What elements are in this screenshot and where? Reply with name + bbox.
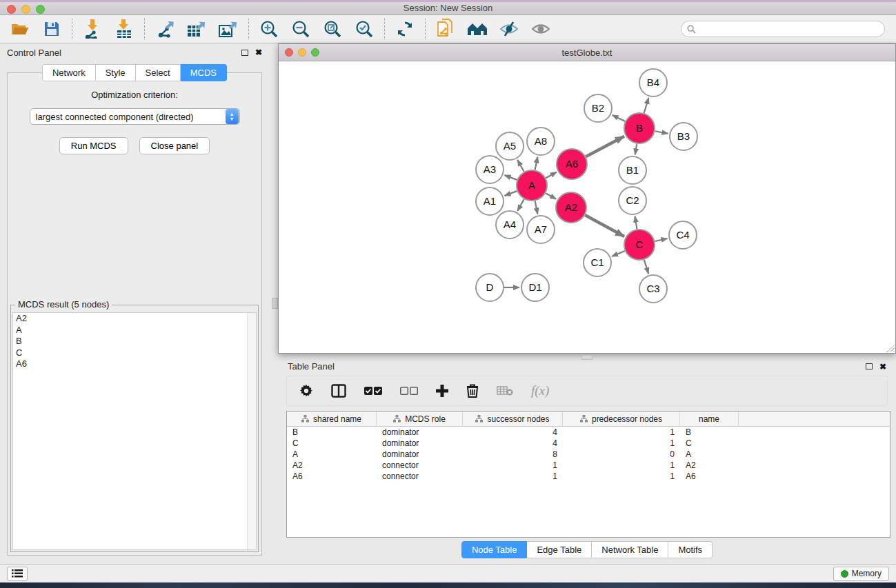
- cell-MCDS-role[interactable]: dominator: [377, 438, 463, 449]
- cell-shared-name[interactable]: C: [287, 438, 377, 449]
- cell-successor-nodes[interactable]: 8: [463, 449, 563, 460]
- cell-MCDS-role[interactable]: dominator: [377, 449, 463, 460]
- node-A6[interactable]: A6: [557, 149, 587, 179]
- mcds-result-list[interactable]: A2ABCA6: [12, 312, 257, 550]
- edge-A-A2[interactable]: [546, 193, 556, 199]
- node-B1[interactable]: B1: [619, 156, 646, 184]
- edge-A-A8[interactable]: [535, 157, 538, 170]
- tab-edge-table[interactable]: Edge Table: [527, 541, 592, 558]
- cell-predecessor-nodes[interactable]: 1: [563, 438, 680, 449]
- add-icon[interactable]: [436, 385, 448, 397]
- cell-name[interactable]: A6: [680, 471, 739, 482]
- node-C1[interactable]: C1: [584, 249, 611, 276]
- node-B4[interactable]: B4: [639, 69, 667, 97]
- edge-A-A1[interactable]: [505, 191, 517, 196]
- result-item[interactable]: A: [13, 325, 256, 336]
- new-network-from-selection-icon[interactable]: [435, 19, 456, 39]
- node-A3[interactable]: A3: [476, 156, 504, 183]
- cell-successor-nodes[interactable]: 4: [463, 427, 563, 438]
- export-table-icon[interactable]: [186, 19, 207, 39]
- node-B3[interactable]: B3: [670, 123, 697, 150]
- cell-successor-nodes[interactable]: 1: [463, 471, 563, 482]
- cell-predecessor-nodes[interactable]: 1: [563, 460, 680, 471]
- cell-MCDS-role[interactable]: dominator: [377, 427, 463, 438]
- delete-icon[interactable]: [466, 384, 479, 398]
- edge-C-C3[interactable]: [644, 260, 648, 274]
- cell-shared-name[interactable]: B: [287, 427, 377, 438]
- tab-mcds[interactable]: MCDS: [181, 64, 227, 81]
- tab-motifs[interactable]: Motifs: [668, 541, 713, 558]
- result-list-scrollbar[interactable]: [247, 313, 256, 549]
- node-B[interactable]: B: [624, 113, 655, 143]
- float-panel-icon[interactable]: [241, 50, 248, 56]
- tab-style[interactable]: Style: [96, 64, 136, 81]
- column-header-successor-nodes[interactable]: successor nodes: [463, 412, 563, 426]
- cell-name[interactable]: A: [680, 449, 739, 460]
- split-view-icon[interactable]: [331, 384, 346, 398]
- tab-select[interactable]: Select: [136, 64, 181, 81]
- delete-table-icon[interactable]: [497, 385, 513, 396]
- zoom-out-icon[interactable]: [290, 19, 311, 39]
- column-header-name[interactable]: name: [680, 412, 739, 426]
- edge-C-C2[interactable]: [635, 216, 637, 230]
- node-C4[interactable]: C4: [669, 221, 697, 249]
- table-row[interactable]: Cdominator41C: [287, 438, 890, 449]
- import-table-icon[interactable]: [114, 19, 135, 39]
- table-row[interactable]: A6connector11A6: [287, 471, 890, 482]
- window-resize-grip[interactable]: [886, 344, 895, 352]
- result-item[interactable]: A6: [13, 358, 256, 370]
- cell-predecessor-nodes[interactable]: 0: [563, 449, 680, 460]
- cell-MCDS-role[interactable]: connector: [377, 471, 463, 482]
- network-graph[interactable]: B4B2BB3A5A8A6A3B1AA1C2A2A4A7C4CC1C3DD1: [279, 61, 895, 353]
- table-row[interactable]: Adominator80A: [287, 449, 890, 460]
- edge-C-C1[interactable]: [612, 251, 625, 256]
- edge-C-C4[interactable]: [655, 239, 667, 241]
- node-A1[interactable]: A1: [476, 187, 504, 215]
- vertical-split-handle[interactable]: [272, 298, 278, 309]
- cell-MCDS-role[interactable]: connector: [377, 460, 463, 471]
- edge-B-B2[interactable]: [613, 115, 626, 121]
- edge-A-A5[interactable]: [517, 160, 524, 172]
- node-A8[interactable]: A8: [527, 128, 555, 155]
- close-table-panel-icon[interactable]: ✖: [879, 363, 886, 371]
- node-C[interactable]: C: [624, 230, 655, 260]
- network-canvas[interactable]: B4B2BB3A5A8A6A3B1AA1C2A2A4A7C4CC1C3DD1: [279, 61, 895, 353]
- function-builder-icon[interactable]: f(x): [531, 383, 549, 398]
- column-header-MCDS-role[interactable]: MCDS role: [377, 412, 463, 426]
- task-history-button[interactable]: [7, 567, 28, 581]
- hide-selected-icon[interactable]: [499, 19, 519, 39]
- column-header-predecessor-nodes[interactable]: predecessor nodes: [563, 412, 680, 426]
- cell-predecessor-nodes[interactable]: 1: [563, 471, 680, 482]
- optimization-criterion-select[interactable]: largest connected component (directed) ▲…: [30, 108, 240, 125]
- search-input[interactable]: [681, 21, 885, 37]
- show-all-icon[interactable]: [530, 19, 551, 39]
- edge-B-B1[interactable]: [635, 144, 637, 155]
- cell-name[interactable]: B: [680, 427, 739, 438]
- export-network-icon[interactable]: [155, 19, 175, 39]
- node-B2[interactable]: B2: [584, 94, 612, 122]
- cell-shared-name[interactable]: A: [287, 449, 377, 460]
- cell-name[interactable]: C: [680, 438, 739, 449]
- search-text-field[interactable]: [696, 24, 879, 34]
- run-mcds-button[interactable]: Run MCDS: [59, 137, 128, 154]
- open-file-icon[interactable]: [10, 19, 30, 39]
- edge-A-A7[interactable]: [535, 201, 538, 214]
- export-image-icon[interactable]: [218, 19, 239, 39]
- node-A7[interactable]: A7: [527, 216, 555, 243]
- cell-shared-name[interactable]: A6: [287, 471, 377, 482]
- node-A[interactable]: A: [517, 170, 547, 201]
- tab-node-table[interactable]: Node Table: [461, 541, 528, 558]
- column-header-shared-name[interactable]: shared name: [287, 412, 377, 426]
- node-A4[interactable]: A4: [496, 211, 524, 239]
- zoom-fit-icon[interactable]: [322, 19, 343, 39]
- edge-B-B3[interactable]: [655, 131, 668, 134]
- edge-A6-B[interactable]: [586, 136, 624, 157]
- settings-icon[interactable]: [299, 384, 313, 398]
- cell-successor-nodes[interactable]: 4: [463, 438, 563, 449]
- edge-A-A3[interactable]: [505, 175, 517, 180]
- tab-network-table[interactable]: Network Table: [592, 541, 668, 558]
- close-panel-icon[interactable]: ✖: [255, 48, 262, 57]
- zoom-in-icon[interactable]: [259, 19, 279, 39]
- node-A2[interactable]: A2: [556, 192, 586, 223]
- node-C3[interactable]: C3: [639, 275, 667, 303]
